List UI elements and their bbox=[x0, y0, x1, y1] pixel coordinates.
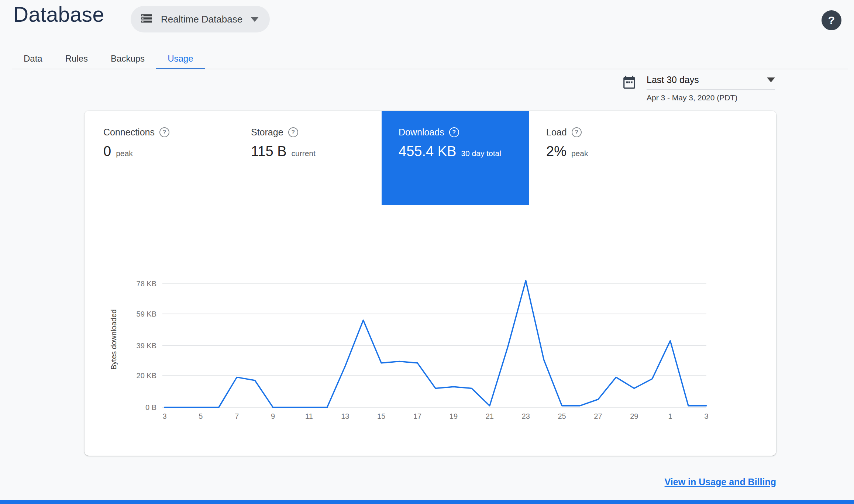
svg-text:59 KB: 59 KB bbox=[137, 310, 156, 318]
metric-label: Downloads bbox=[399, 127, 444, 138]
tab-usage[interactable]: Usage bbox=[156, 49, 204, 69]
date-range-detail: Apr 3 - May 3, 2020 (PDT) bbox=[647, 93, 775, 102]
svg-text:23: 23 bbox=[522, 412, 530, 420]
svg-text:17: 17 bbox=[413, 412, 421, 420]
tab-rules[interactable]: Rules bbox=[54, 49, 99, 69]
usage-billing-link[interactable]: View in Usage and Billing bbox=[665, 477, 776, 487]
svg-text:78 KB: 78 KB bbox=[137, 280, 156, 288]
chevron-down-icon bbox=[767, 77, 775, 82]
help-button[interactable]: ? bbox=[822, 10, 841, 30]
metric-value: 115 B bbox=[251, 144, 286, 159]
footer-link-row: View in Usage and Billing bbox=[85, 477, 776, 487]
svg-text:3: 3 bbox=[162, 412, 166, 420]
downloads-line-chart: 0 B20 KB39 KB59 KB78 KB35791113151719212… bbox=[107, 266, 756, 428]
footer-accent-bar bbox=[0, 500, 854, 504]
question-mark-icon: ? bbox=[828, 14, 835, 27]
svg-text:5: 5 bbox=[199, 412, 203, 420]
metric-tiles: Connections ? 0 peak Storage ? 115 B cur… bbox=[86, 111, 677, 205]
usage-card: Connections ? 0 peak Storage ? 115 B cur… bbox=[85, 111, 776, 456]
calendar-icon bbox=[622, 75, 636, 102]
metric-tile-storage[interactable]: Storage ? 115 B current bbox=[234, 111, 382, 205]
svg-text:Bytes downloaded: Bytes downloaded bbox=[110, 309, 118, 369]
metric-unit: 30 day total bbox=[461, 149, 501, 158]
metric-tile-connections[interactable]: Connections ? 0 peak bbox=[86, 111, 234, 205]
svg-text:7: 7 bbox=[235, 412, 239, 420]
database-selector[interactable]: Realtime Database bbox=[131, 6, 270, 32]
svg-text:19: 19 bbox=[450, 412, 458, 420]
database-icon bbox=[140, 12, 153, 26]
svg-text:20 KB: 20 KB bbox=[137, 372, 156, 380]
svg-text:3: 3 bbox=[704, 412, 708, 420]
tab-data[interactable]: Data bbox=[12, 49, 54, 69]
svg-text:0 B: 0 B bbox=[145, 403, 156, 411]
metric-unit: current bbox=[291, 149, 315, 158]
metric-tile-downloads[interactable]: Downloads ? 455.4 KB 30 day total bbox=[382, 111, 529, 205]
svg-text:11: 11 bbox=[305, 412, 313, 420]
svg-text:25: 25 bbox=[558, 412, 566, 420]
svg-text:9: 9 bbox=[271, 412, 275, 420]
metric-value: 0 bbox=[103, 144, 111, 159]
svg-text:13: 13 bbox=[341, 412, 349, 420]
metric-value: 455.4 KB bbox=[399, 144, 456, 159]
metric-tile-load[interactable]: Load ? 2% peak bbox=[529, 111, 677, 205]
tabs-divider bbox=[12, 69, 848, 69]
database-selector-label: Realtime Database bbox=[161, 14, 242, 25]
metric-label: Storage bbox=[251, 127, 283, 138]
help-circle-icon: ? bbox=[288, 127, 298, 137]
help-circle-icon: ? bbox=[159, 127, 169, 137]
date-range-label: Last 30 days bbox=[647, 75, 699, 85]
svg-text:1: 1 bbox=[668, 412, 672, 420]
tab-bar: Data Rules Backups Usage bbox=[12, 49, 205, 69]
help-circle-icon: ? bbox=[449, 127, 459, 137]
svg-text:27: 27 bbox=[594, 412, 602, 420]
metric-value: 2% bbox=[546, 144, 567, 159]
svg-text:15: 15 bbox=[377, 412, 385, 420]
metric-label: Connections bbox=[103, 127, 155, 138]
help-circle-icon: ? bbox=[572, 127, 582, 137]
date-range-selector[interactable]: Last 30 days Apr 3 - May 3, 2020 (PDT) bbox=[622, 75, 775, 102]
metric-unit: peak bbox=[116, 149, 133, 158]
metric-unit: peak bbox=[571, 149, 588, 158]
metric-label: Load bbox=[546, 127, 567, 138]
page-title: Database bbox=[13, 2, 104, 27]
svg-text:29: 29 bbox=[630, 412, 638, 420]
svg-text:21: 21 bbox=[486, 412, 494, 420]
tab-backups[interactable]: Backups bbox=[99, 49, 156, 69]
svg-text:39 KB: 39 KB bbox=[137, 342, 156, 350]
chevron-down-icon bbox=[251, 17, 259, 22]
